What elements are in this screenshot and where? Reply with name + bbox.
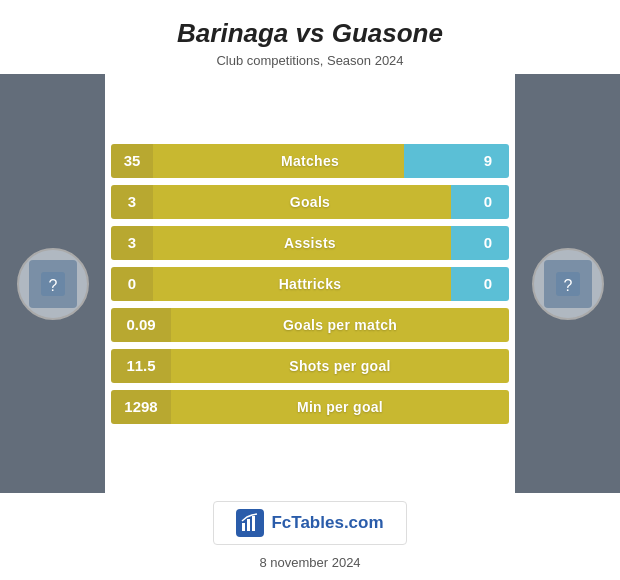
stat-matches-left: 35 xyxy=(111,144,153,178)
player-right-panel: ? xyxy=(515,74,620,493)
stat-min-per-goal-label: Min per goal xyxy=(297,399,383,415)
watermark-text-prefix: Fc xyxy=(271,513,291,532)
main-area: ? 35 Matches 9 3 Goals xyxy=(0,74,620,493)
avatar-right-icon: ? xyxy=(544,260,592,308)
page-subtitle: Club competitions, Season 2024 xyxy=(0,53,620,68)
avatar-left-icon: ? xyxy=(29,260,77,308)
stat-row-assists: 3 Assists 0 xyxy=(111,226,509,260)
stat-hattricks-right: 0 xyxy=(467,267,509,301)
header: Barinaga vs Guasone Club competitions, S… xyxy=(0,0,620,74)
stat-assists-bar: Assists xyxy=(153,226,467,260)
chart-icon xyxy=(240,513,260,533)
stat-goals-bar: Goals xyxy=(153,185,467,219)
stat-goals-left: 3 xyxy=(111,185,153,219)
svg-rect-4 xyxy=(242,523,245,531)
stat-row-matches: 35 Matches 9 xyxy=(111,144,509,178)
stat-assists-fill xyxy=(451,226,467,260)
stat-matches-label: Matches xyxy=(281,153,339,169)
stat-min-per-goal-bar: Min per goal xyxy=(171,390,509,424)
watermark-area: FcTables.com xyxy=(0,501,620,545)
stat-assists-left: 3 xyxy=(111,226,153,260)
svg-text:?: ? xyxy=(563,277,572,294)
stats-section: 35 Matches 9 3 Goals 0 3 Assis xyxy=(105,74,515,493)
player-silhouette-left-icon: ? xyxy=(37,268,69,300)
stat-matches-fill xyxy=(404,144,467,178)
stat-matches-right: 9 xyxy=(467,144,509,178)
watermark: FcTables.com xyxy=(213,501,406,545)
stat-min-per-goal-value: 1298 xyxy=(111,390,171,424)
page-title: Barinaga vs Guasone xyxy=(0,18,620,49)
stat-matches-bar: Matches xyxy=(153,144,467,178)
stat-hattricks-bar: Hattricks xyxy=(153,267,467,301)
avatar-right: ? xyxy=(532,248,604,320)
avatar-left: ? xyxy=(17,248,89,320)
stat-shots-per-goal-value: 11.5 xyxy=(111,349,171,383)
footer-date: 8 november 2024 xyxy=(259,555,360,570)
stat-row-hattricks: 0 Hattricks 0 xyxy=(111,267,509,301)
footer: 8 november 2024 xyxy=(0,547,620,580)
stat-row-goals-per-match: 0.09 Goals per match xyxy=(111,308,509,342)
stat-goals-label: Goals xyxy=(290,194,330,210)
stat-goals-per-match-label: Goals per match xyxy=(283,317,397,333)
watermark-text: FcTables.com xyxy=(271,513,383,533)
svg-rect-5 xyxy=(247,519,250,531)
stat-goals-per-match-value: 0.09 xyxy=(111,308,171,342)
stat-row-goals: 3 Goals 0 xyxy=(111,185,509,219)
player-left-panel: ? xyxy=(0,74,105,493)
stat-goals-fill xyxy=(451,185,467,219)
stat-goals-right: 0 xyxy=(467,185,509,219)
player-silhouette-right-icon: ? xyxy=(552,268,584,300)
watermark-text-suffix: Tables.com xyxy=(291,513,383,532)
stat-shots-per-goal-bar: Shots per goal xyxy=(171,349,509,383)
stat-assists-label: Assists xyxy=(284,235,336,251)
stat-assists-right: 0 xyxy=(467,226,509,260)
svg-text:?: ? xyxy=(48,277,57,294)
stat-hattricks-label: Hattricks xyxy=(279,276,342,292)
svg-rect-6 xyxy=(252,516,255,531)
stat-row-min-per-goal: 1298 Min per goal xyxy=(111,390,509,424)
stat-goals-per-match-bar: Goals per match xyxy=(171,308,509,342)
watermark-icon xyxy=(236,509,264,537)
stat-row-shots-per-goal: 11.5 Shots per goal xyxy=(111,349,509,383)
page-container: Barinaga vs Guasone Club competitions, S… xyxy=(0,0,620,580)
stat-hattricks-fill xyxy=(451,267,467,301)
stat-hattricks-left: 0 xyxy=(111,267,153,301)
stat-shots-per-goal-label: Shots per goal xyxy=(289,358,390,374)
